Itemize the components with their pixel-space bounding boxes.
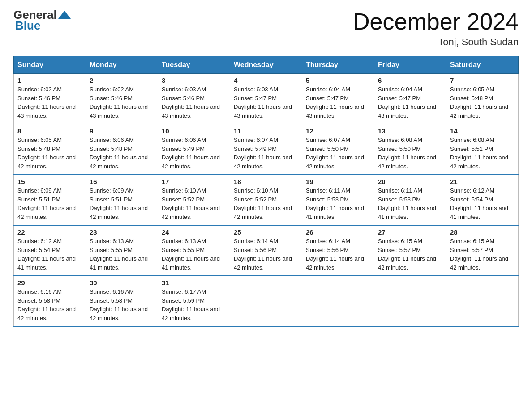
calendar-cell: 15 Sunrise: 6:09 AM Sunset: 5:51 PM Dayl… [14, 175, 86, 225]
day-info: Sunrise: 6:06 AM Sunset: 5:49 PM Dayligh… [162, 136, 226, 171]
day-number: 15 [17, 178, 82, 185]
month-title: December 2024 [353, 9, 519, 34]
header-row: Sunday Monday Tuesday Wednesday Thursday… [14, 56, 519, 74]
calendar-cell: 12 Sunrise: 6:07 AM Sunset: 5:50 PM Dayl… [302, 124, 374, 175]
day-number: 13 [378, 127, 442, 135]
day-info: Sunrise: 6:09 AM Sunset: 5:51 PM Dayligh… [17, 186, 82, 221]
logo-blue-text: Blue [15, 19, 40, 33]
day-number: 24 [162, 228, 226, 236]
day-info: Sunrise: 6:15 AM Sunset: 5:57 PM Dayligh… [378, 237, 442, 272]
calendar-cell [446, 276, 519, 326]
calendar-cell: 11 Sunrise: 6:07 AM Sunset: 5:49 PM Dayl… [230, 124, 302, 175]
day-number: 5 [306, 77, 370, 84]
day-number: 28 [450, 228, 515, 236]
calendar-cell: 8 Sunrise: 6:05 AM Sunset: 5:48 PM Dayli… [14, 124, 86, 175]
day-info: Sunrise: 6:05 AM Sunset: 5:48 PM Dayligh… [17, 136, 82, 171]
day-info: Sunrise: 6:08 AM Sunset: 5:51 PM Dayligh… [450, 136, 515, 171]
day-number: 8 [17, 127, 82, 135]
day-number: 16 [90, 178, 154, 185]
calendar-cell: 14 Sunrise: 6:08 AM Sunset: 5:51 PM Dayl… [446, 124, 519, 175]
day-info: Sunrise: 6:12 AM Sunset: 5:54 PM Dayligh… [450, 186, 515, 221]
day-info: Sunrise: 6:04 AM Sunset: 5:47 PM Dayligh… [306, 85, 370, 120]
calendar-cell: 2 Sunrise: 6:02 AM Sunset: 5:46 PM Dayli… [86, 74, 158, 124]
day-info: Sunrise: 6:02 AM Sunset: 5:46 PM Dayligh… [17, 85, 82, 120]
calendar-cell: 23 Sunrise: 6:13 AM Sunset: 5:55 PM Dayl… [86, 225, 158, 276]
day-info: Sunrise: 6:11 AM Sunset: 5:53 PM Dayligh… [378, 186, 442, 221]
calendar-cell [230, 276, 302, 326]
calendar-cell: 31 Sunrise: 6:17 AM Sunset: 5:59 PM Dayl… [158, 276, 230, 326]
day-number: 4 [234, 77, 298, 84]
calendar-cell: 1 Sunrise: 6:02 AM Sunset: 5:46 PM Dayli… [14, 74, 86, 124]
day-number: 10 [162, 127, 226, 135]
calendar-week-row: 29 Sunrise: 6:16 AM Sunset: 5:58 PM Dayl… [14, 276, 519, 326]
col-sunday: Sunday [14, 56, 86, 74]
day-number: 9 [90, 127, 154, 135]
calendar-cell: 3 Sunrise: 6:03 AM Sunset: 5:46 PM Dayli… [158, 74, 230, 124]
day-info: Sunrise: 6:11 AM Sunset: 5:53 PM Dayligh… [306, 186, 370, 221]
calendar-cell: 18 Sunrise: 6:10 AM Sunset: 5:52 PM Dayl… [230, 175, 302, 225]
title-area: December 2024 Tonj, South Sudan [353, 9, 519, 48]
calendar-cell: 27 Sunrise: 6:15 AM Sunset: 5:57 PM Dayl… [374, 225, 446, 276]
col-thursday: Thursday [302, 56, 374, 74]
col-friday: Friday [374, 56, 446, 74]
day-number: 6 [378, 77, 442, 84]
day-number: 25 [234, 228, 298, 236]
day-number: 1 [17, 77, 82, 84]
calendar-cell: 9 Sunrise: 6:06 AM Sunset: 5:48 PM Dayli… [86, 124, 158, 175]
day-info: Sunrise: 6:10 AM Sunset: 5:52 PM Dayligh… [234, 186, 298, 221]
day-info: Sunrise: 6:13 AM Sunset: 5:55 PM Dayligh… [162, 237, 226, 272]
day-number: 27 [378, 228, 442, 236]
day-number: 31 [162, 279, 226, 287]
calendar-cell: 20 Sunrise: 6:11 AM Sunset: 5:53 PM Dayl… [374, 175, 446, 225]
day-number: 29 [17, 279, 82, 287]
calendar-table: Sunday Monday Tuesday Wednesday Thursday… [13, 56, 519, 327]
day-info: Sunrise: 6:03 AM Sunset: 5:47 PM Dayligh… [234, 85, 298, 120]
calendar-cell: 25 Sunrise: 6:14 AM Sunset: 5:56 PM Dayl… [230, 225, 302, 276]
day-number: 7 [450, 77, 515, 84]
calendar-week-row: 8 Sunrise: 6:05 AM Sunset: 5:48 PM Dayli… [14, 124, 519, 175]
day-info: Sunrise: 6:14 AM Sunset: 5:56 PM Dayligh… [306, 237, 370, 272]
day-info: Sunrise: 6:10 AM Sunset: 5:52 PM Dayligh… [162, 186, 226, 221]
day-info: Sunrise: 6:16 AM Sunset: 5:58 PM Dayligh… [17, 287, 82, 322]
day-info: Sunrise: 6:05 AM Sunset: 5:48 PM Dayligh… [450, 85, 515, 120]
day-number: 20 [378, 178, 442, 185]
day-info: Sunrise: 6:16 AM Sunset: 5:58 PM Dayligh… [90, 287, 154, 322]
day-info: Sunrise: 6:12 AM Sunset: 5:54 PM Dayligh… [17, 237, 82, 272]
col-monday: Monday [86, 56, 158, 74]
page-header: General Blue December 2024 Tonj, South S… [13, 9, 519, 48]
day-number: 18 [234, 178, 298, 185]
day-number: 23 [90, 228, 154, 236]
day-number: 11 [234, 127, 298, 135]
calendar-cell: 21 Sunrise: 6:12 AM Sunset: 5:54 PM Dayl… [446, 175, 519, 225]
day-number: 26 [306, 228, 370, 236]
calendar-week-row: 22 Sunrise: 6:12 AM Sunset: 5:54 PM Dayl… [14, 225, 519, 276]
calendar-cell: 4 Sunrise: 6:03 AM Sunset: 5:47 PM Dayli… [230, 74, 302, 124]
day-info: Sunrise: 6:15 AM Sunset: 5:57 PM Dayligh… [450, 237, 515, 272]
calendar-week-row: 15 Sunrise: 6:09 AM Sunset: 5:51 PM Dayl… [14, 175, 519, 225]
col-wednesday: Wednesday [230, 56, 302, 74]
logo-area: General Blue [13, 9, 72, 33]
day-info: Sunrise: 6:14 AM Sunset: 5:56 PM Dayligh… [234, 237, 298, 272]
day-number: 22 [17, 228, 82, 236]
calendar-cell: 24 Sunrise: 6:13 AM Sunset: 5:55 PM Dayl… [158, 225, 230, 276]
day-number: 21 [450, 178, 515, 185]
calendar-cell: 29 Sunrise: 6:16 AM Sunset: 5:58 PM Dayl… [14, 276, 86, 326]
day-number: 2 [90, 77, 154, 84]
logo-triangle-icon [58, 11, 71, 19]
day-number: 19 [306, 178, 370, 185]
calendar-cell: 26 Sunrise: 6:14 AM Sunset: 5:56 PM Dayl… [302, 225, 374, 276]
day-number: 3 [162, 77, 226, 84]
day-info: Sunrise: 6:03 AM Sunset: 5:46 PM Dayligh… [162, 85, 226, 120]
calendar-cell [302, 276, 374, 326]
day-info: Sunrise: 6:07 AM Sunset: 5:49 PM Dayligh… [234, 136, 298, 171]
calendar-cell: 19 Sunrise: 6:11 AM Sunset: 5:53 PM Dayl… [302, 175, 374, 225]
calendar-cell: 10 Sunrise: 6:06 AM Sunset: 5:49 PM Dayl… [158, 124, 230, 175]
calendar-cell: 5 Sunrise: 6:04 AM Sunset: 5:47 PM Dayli… [302, 74, 374, 124]
location-title: Tonj, South Sudan [353, 36, 519, 48]
day-info: Sunrise: 6:07 AM Sunset: 5:50 PM Dayligh… [306, 136, 370, 171]
calendar-cell: 17 Sunrise: 6:10 AM Sunset: 5:52 PM Dayl… [158, 175, 230, 225]
day-info: Sunrise: 6:04 AM Sunset: 5:47 PM Dayligh… [378, 85, 442, 120]
calendar-cell: 28 Sunrise: 6:15 AM Sunset: 5:57 PM Dayl… [446, 225, 519, 276]
calendar-cell: 22 Sunrise: 6:12 AM Sunset: 5:54 PM Dayl… [14, 225, 86, 276]
col-saturday: Saturday [446, 56, 519, 74]
